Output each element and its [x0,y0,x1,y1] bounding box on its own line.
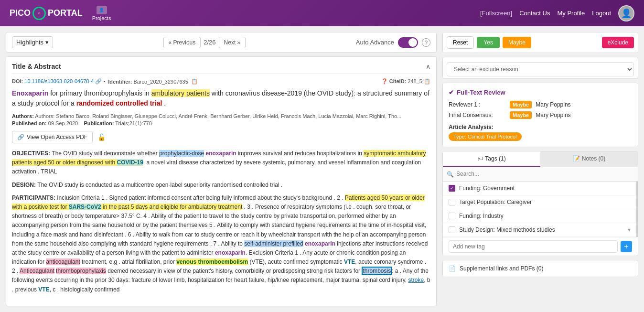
published-line: Published on: 09 Sep 2020 Publication: T… [12,120,430,126]
next-button[interactable]: Next » [219,37,246,48]
design-paragraph: DESIGN: The OVID study is conducted as a… [12,181,430,190]
toggle-knob [408,38,417,47]
reviewer1-badge: Maybe [510,101,532,108]
tag-checkbox-study-design[interactable] [449,226,455,233]
tag-item-funding-govt: ✓ Funding: Government [443,182,636,195]
open-access-label: View Open Access PDF [27,134,87,140]
add-tag-input[interactable] [449,240,618,253]
consensus-name: Mary Poppins [536,112,570,118]
tags-tabs: 🏷 Tags (1) 📝 Notes (0) [443,151,638,167]
contact-us-link[interactable]: Contact Us [519,10,550,17]
open-access-button[interactable]: 🔗 View Open Access PDF [12,131,93,143]
auto-advance-label: Auto Advance [356,39,394,46]
auto-advance-control: Auto Advance ? [356,37,430,48]
external-link-icon: 🔗 [17,134,24,140]
type-badge: Type: Clinical Trial Protocol [449,132,522,141]
section-title: Title & Abstract [12,63,61,70]
identifier-text: Identifier: Barco_2020_32907635 [108,79,188,85]
tag-search-input[interactable] [443,167,638,182]
logo-circle-icon: ○ [32,7,46,20]
my-profile-link[interactable]: My Profile [557,10,585,17]
title-highlight-ambulatory: ambulatory patients [151,89,210,97]
content-area: Title & Abstract ∧ DOI: 10.1186/s13063-0… [6,56,437,306]
tag-item-funding-industry: Funding: Industry [443,209,636,223]
supplemental-icon: 📄 [449,265,456,272]
reset-button[interactable]: Reset [447,36,474,49]
collapse-button[interactable]: ∧ [426,63,430,70]
projects-button[interactable]: 👤 Projects [92,6,111,21]
title-enoxaparin: Enoxaparin [12,89,48,97]
review-icon: ✔ [449,89,454,96]
tags-panel: 🏷 Tags (1) 📝 Notes (0) 🔍 ✓ Funding: Gove… [442,151,638,256]
nav-buttons: « Previous 2/26 Next » [163,37,246,48]
header: PICO ○ PORTAL 👤 Projects [Fullscreen] Co… [0,0,644,26]
right-panel: Reset Yes Maybe eXclude Select an exclud… [442,32,638,306]
review-panel: ✔ Full-Text Review Reviewer 1 : Maybe Ma… [442,83,638,147]
logout-link[interactable]: Logout [592,10,611,17]
tag-checkbox-funding-industry[interactable] [449,213,455,219]
main-container: Highlights ▾ « Previous 2/26 Next » Auto… [0,26,644,312]
maybe-button[interactable]: Maybe [503,37,531,48]
expand-tag-icon[interactable]: ▾ [628,226,631,233]
projects-label: Projects [92,15,111,21]
tag-label-funding-govt: Funding: Government [459,185,515,192]
objectives-paragraph: OBJECTIVES: The OVID study will demonstr… [12,149,430,177]
help-icon[interactable]: ? [422,38,430,47]
decision-bar: Reset Yes Maybe eXclude [442,32,638,53]
objectives-label: OBJECTIVES: [12,150,52,157]
doi-line: DOI: 10.1186/s13063-020-04678-4 🔗 • Iden… [12,78,430,85]
tag-checkbox-funding-govt[interactable]: ✓ [449,185,455,192]
tag-icon: 🏷 [477,155,483,162]
notes-tab[interactable]: 📝 Notes (0) [540,151,638,167]
previous-button[interactable]: « Previous [163,37,201,48]
consensus-row: Final Consensus: Maybe Mary Poppins [449,111,632,119]
reviewer1-row: Reviewer 1 : Maybe Mary Poppins [449,101,632,108]
yes-button[interactable]: Yes [477,37,500,48]
logo-pico-text: PICO [10,8,31,18]
article-title: Enoxaparin for primary thromboprophylaxi… [12,88,430,108]
logo-portal-text: PORTAL [48,8,83,18]
supplemental-label: Supplemental links and PDFs (0) [460,265,543,272]
doi-text: DOI: 10.1186/s13063-020-04678-4 🔗 • [12,78,105,85]
tag-list: ✓ Funding: Government Target Population:… [443,182,638,237]
doi-link[interactable]: 10.1186/s13063-020-04678-4 [24,78,94,84]
highlights-select[interactable]: Highlights ▾ [12,36,53,48]
avatar[interactable]: 👤 [618,5,634,22]
review-title: ✔ Full-Text Review [449,89,632,96]
tag-label-study-design: Study Design: Mixed methods studies [459,226,555,233]
section-header: Title & Abstract ∧ [12,63,430,74]
tag-search-wrapper: 🔍 [443,167,638,182]
highlights-label: Highlights [16,39,43,46]
notes-tab-label: Notes (0) [582,155,605,162]
tag-label-funding-industry: Funding: Industry [459,213,504,219]
title-rct: randomized controlled trial [76,99,162,107]
analysis-label: Article Analysis: [449,124,632,130]
supplemental-panel: 📄 Supplemental links and PDFs (0) [442,260,638,277]
tag-label-caregiver: Target Population: Caregiver [459,199,532,205]
projects-icon: 👤 [97,6,107,14]
exclude-button[interactable]: eXclude [602,37,634,48]
exclude-reason-select[interactable]: Select an exclude reason [447,62,634,76]
abstract-text: OBJECTIVES: The OVID study will demonstr… [12,149,430,294]
auto-advance-toggle[interactable] [398,37,418,48]
toolbar: Highlights ▾ « Previous 2/26 Next » Auto… [6,32,437,53]
header-right: [Fullscreen] Contact Us My Profile Logou… [480,5,634,22]
tag-item-caregiver: Target Population: Caregiver [443,195,636,209]
consensus-badge: Maybe [510,111,532,119]
tag-item-study-design: Study Design: Mixed methods studies ▾ [443,223,636,237]
reviewer1-label: Reviewer 1 : [449,101,506,108]
design-label: DESIGN: [12,182,37,188]
fullscreen-link[interactable]: [Fullscreen] [480,10,512,17]
authors-line: Authors: Authors: Stefano Barco, Roland … [12,113,430,119]
article-analysis: Article Analysis: Type: Clinical Trial P… [449,124,632,141]
cite-id: ❓ CiteID: 248_5 📋 [381,78,430,85]
page-indicator: 2/26 [204,39,215,46]
logo: PICO ○ PORTAL [10,7,83,20]
copy-identifier-icon[interactable]: 📋 [191,78,198,85]
tags-tab[interactable]: 🏷 Tags (1) [443,151,540,167]
tag-checkbox-caregiver[interactable] [449,199,455,205]
tags-tab-label: Tags (1) [485,155,505,162]
open-access-icon: 🔓 [97,133,106,141]
search-icon: 🔍 [447,171,454,178]
add-tag-button[interactable]: + [621,241,632,252]
